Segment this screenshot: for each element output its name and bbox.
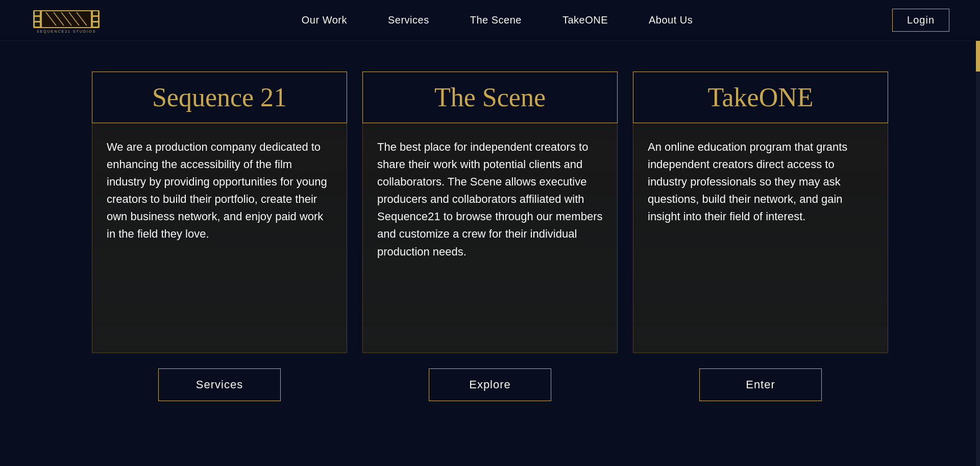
navbar: SEQUENCE21 STUDIOS Our Work Services The… — [0, 0, 980, 41]
svg-rect-1 — [35, 11, 40, 15]
scrollbar-track — [976, 41, 980, 466]
column-footer-the-scene: Explore — [362, 368, 618, 401]
column-header-sequence21: Sequence 21 — [92, 72, 347, 123]
column-description-takeone: An online education program that grants … — [648, 138, 873, 225]
logo-area[interactable]: SEQUENCE21 STUDIOS — [31, 6, 102, 34]
column-title-the-scene: The Scene — [373, 82, 607, 112]
column-body-takeone: An online education program that grants … — [633, 123, 888, 353]
svg-rect-4 — [93, 11, 98, 15]
column-the-scene: The Scene The best place for independent… — [362, 72, 618, 401]
column-description-sequence21: We are a production company dedicated to… — [107, 138, 332, 243]
scrollbar-thumb[interactable] — [976, 41, 980, 72]
column-title-sequence21: Sequence 21 — [103, 82, 336, 112]
column-sequence21: Sequence 21 We are a production company … — [92, 72, 347, 401]
svg-rect-3 — [35, 22, 40, 27]
enter-button[interactable]: Enter — [699, 368, 822, 401]
nav-about-us[interactable]: About Us — [649, 14, 693, 26]
column-footer-takeone: Enter — [633, 368, 888, 401]
nav-our-work[interactable]: Our Work — [302, 14, 347, 26]
column-description-the-scene: The best place for independent creators … — [377, 138, 603, 261]
svg-rect-5 — [93, 17, 98, 21]
column-takeone: TakeONE An online education program that… — [633, 72, 888, 401]
nav-links: Our Work Services The Scene TakeONE Abou… — [302, 14, 693, 26]
explore-button[interactable]: Explore — [429, 368, 551, 401]
column-body-the-scene: The best place for independent creators … — [362, 123, 618, 353]
column-title-takeone: TakeONE — [644, 82, 877, 112]
nav-the-scene[interactable]: The Scene — [470, 14, 522, 26]
main-content: Sequence 21 We are a production company … — [0, 41, 980, 432]
column-footer-sequence21: Services — [92, 368, 347, 401]
svg-rect-2 — [35, 17, 40, 21]
nav-services[interactable]: Services — [388, 14, 429, 26]
nav-takeone[interactable]: TakeONE — [562, 14, 608, 26]
svg-text:SEQUENCE21 STUDIOS: SEQUENCE21 STUDIOS — [37, 30, 96, 34]
column-header-the-scene: The Scene — [362, 72, 618, 123]
column-header-takeone: TakeONE — [633, 72, 888, 123]
logo-icon: SEQUENCE21 STUDIOS — [31, 6, 102, 34]
services-button[interactable]: Services — [158, 368, 281, 401]
login-button[interactable]: Login — [892, 9, 949, 32]
svg-rect-6 — [93, 22, 98, 27]
columns-container: Sequence 21 We are a production company … — [92, 72, 888, 401]
column-body-sequence21: We are a production company dedicated to… — [92, 123, 347, 353]
